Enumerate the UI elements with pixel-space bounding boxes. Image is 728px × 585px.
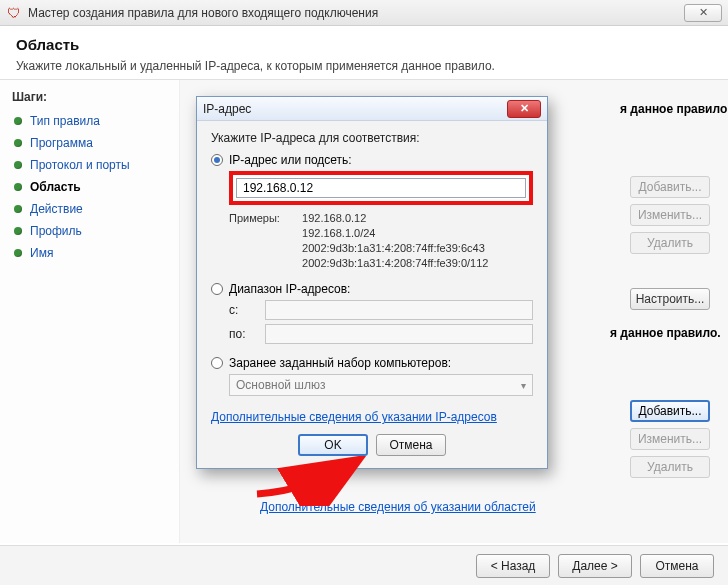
step-protocol[interactable]: Протокол и порты	[12, 154, 171, 176]
delete-button-top: Удалить	[630, 232, 710, 254]
predefined-set-select: Основной шлюз ▾	[229, 374, 533, 396]
chevron-down-icon: ▾	[521, 380, 526, 391]
radio-predef-label: Заранее заданный набор компьютеров:	[229, 356, 451, 370]
step-bullet-icon	[14, 227, 22, 235]
range-inputs: с: по:	[229, 300, 533, 344]
delete-button-bottom: Удалить	[630, 456, 710, 478]
ip-address-input[interactable]	[236, 178, 526, 198]
add-button-top: Добавить...	[630, 176, 710, 198]
radio-predefined-set[interactable]: Заранее заданный набор компьютеров:	[211, 356, 533, 370]
step-label: Тип правила	[30, 114, 100, 128]
step-label: Протокол и порты	[30, 158, 130, 172]
range-from-label: с:	[229, 303, 259, 317]
ip-examples: Примеры: 192.168.0.12 192.168.1.0/24 200…	[229, 211, 533, 270]
dialog-close-button[interactable]: ✕	[507, 100, 541, 118]
step-bullet-icon	[14, 139, 22, 147]
step-profile[interactable]: Профиль	[12, 220, 171, 242]
dialog-titlebar: IP-адрес ✕	[197, 97, 547, 121]
radio-icon	[211, 357, 223, 369]
configure-button[interactable]: Настроить...	[630, 288, 710, 310]
step-bullet-icon	[14, 161, 22, 169]
dialog-instruction: Укажите IP-адреса для соответствия:	[211, 131, 533, 145]
steps-title: Шаги:	[12, 90, 171, 104]
cancel-button[interactable]: Отмена	[640, 554, 714, 578]
example-value: 192.168.1.0/24	[302, 227, 375, 239]
radio-ip-range[interactable]: Диапазон IP-адресов:	[211, 282, 533, 296]
range-to-input	[265, 324, 533, 344]
step-label: Имя	[30, 246, 53, 260]
window-close-button[interactable]: ✕	[684, 4, 722, 22]
step-scope[interactable]: Область	[12, 176, 171, 198]
next-button[interactable]: Далее >	[558, 554, 632, 578]
step-label: Действие	[30, 202, 83, 216]
wizard-header: Область Укажите локальный и удаленный IP…	[0, 26, 728, 80]
predefined-value: Основной шлюз	[236, 378, 325, 392]
step-action[interactable]: Действие	[12, 198, 171, 220]
window-titlebar: 🛡 Мастер создания правила для нового вхо…	[0, 0, 728, 26]
window-title: Мастер создания правила для нового входя…	[28, 6, 684, 20]
back-button[interactable]: < Назад	[476, 554, 550, 578]
edit-button-bottom: Изменить...	[630, 428, 710, 450]
step-bullet-icon	[14, 205, 22, 213]
radio-icon	[211, 283, 223, 295]
radio-range-label: Диапазон IP-адресов:	[229, 282, 350, 296]
dialog-buttons: OK Отмена	[211, 434, 533, 456]
wizard-footer: < Назад Далее > Отмена	[0, 545, 728, 585]
example-value: 2002:9d3b:1a31:4:208:74ff:fe39:0/112	[302, 257, 488, 269]
dialog-title: IP-адрес	[203, 102, 251, 116]
scope-help-link[interactable]: Дополнительные сведения об указании обла…	[260, 500, 536, 514]
rule-applies-text-top: я данное правило.	[620, 102, 728, 116]
step-bullet-icon	[14, 117, 22, 125]
firewall-icon: 🛡	[6, 5, 22, 21]
ip-help-link[interactable]: Дополнительные сведения об указании IP-а…	[211, 410, 497, 424]
step-bullet-icon	[14, 249, 22, 257]
rule-applies-text-bottom: я данное правило.	[610, 326, 721, 340]
step-label: Область	[30, 180, 81, 194]
page-subtitle: Укажите локальный и удаленный IP-адреса,…	[16, 59, 712, 73]
example-value: 2002:9d3b:1a31:4:208:74ff:fe39:6c43	[302, 242, 485, 254]
radio-icon	[211, 154, 223, 166]
close-icon: ✕	[520, 102, 529, 115]
step-label: Профиль	[30, 224, 82, 238]
add-button-bottom[interactable]: Добавить...	[630, 400, 710, 422]
close-icon: ✕	[699, 6, 708, 19]
edit-button-top: Изменить...	[630, 204, 710, 226]
example-value: 192.168.0.12	[302, 212, 366, 224]
page-title: Область	[16, 36, 712, 53]
dialog-cancel-button[interactable]: Отмена	[376, 434, 446, 456]
radio-ip-or-subnet[interactable]: IP-адрес или подсеть:	[211, 153, 533, 167]
ip-input-highlight	[229, 171, 533, 205]
step-name[interactable]: Имя	[12, 242, 171, 264]
step-bullet-icon	[14, 183, 22, 191]
range-from-input	[265, 300, 533, 320]
examples-label: Примеры:	[229, 211, 299, 226]
ip-address-dialog: IP-адрес ✕ Укажите IP-адреса для соответ…	[196, 96, 548, 469]
step-rule-type[interactable]: Тип правила	[12, 110, 171, 132]
steps-sidebar: Шаги: Тип правила Программа Протокол и п…	[0, 80, 180, 543]
step-label: Программа	[30, 136, 93, 150]
radio-ip-label: IP-адрес или подсеть:	[229, 153, 352, 167]
range-to-label: по:	[229, 327, 259, 341]
dialog-body: Укажите IP-адреса для соответствия: IP-а…	[197, 121, 547, 468]
step-program[interactable]: Программа	[12, 132, 171, 154]
ok-button[interactable]: OK	[298, 434, 368, 456]
